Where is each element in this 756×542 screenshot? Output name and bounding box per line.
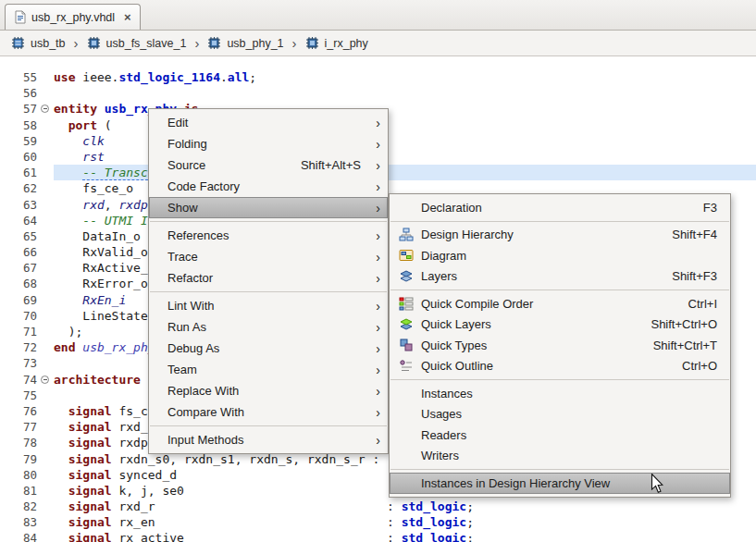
menu-item-label: Team: [167, 363, 197, 376]
breadcrumb: usb_tb›usb_fs_slave_1›usb_phy_1›i_rx_phy: [0, 31, 756, 56]
breadcrumb-label: usb_tb: [31, 37, 66, 50]
code-token: std_logic: [402, 531, 466, 542]
editor-tab-usb-rx-phy[interactable]: usb_rx_phy.vhdl ×: [5, 4, 141, 30]
breadcrumb-arrow-icon: ›: [74, 36, 79, 50]
submenu-arrow-icon: ›: [368, 342, 380, 355]
menu-item-code-factory[interactable]: Code Factory›: [149, 176, 388, 197]
code-line-55[interactable]: use ieee.std_logic_1164.all;: [54, 69, 756, 85]
menu-item-label: Run As: [167, 320, 206, 334]
code-token: signal: [68, 531, 112, 542]
menu-item-show[interactable]: Show›: [149, 197, 388, 218]
menu-item-layers[interactable]: LayersShift+F3: [390, 266, 730, 288]
menu-item-quick-layers[interactable]: Quick LayersShift+Ctrl+O: [390, 314, 730, 336]
menu-item-team[interactable]: Team›: [149, 359, 388, 380]
menu-separator: [150, 291, 387, 292]
code-token: );: [54, 325, 82, 339]
menu-item-references[interactable]: References›: [149, 225, 388, 246]
code-line-82[interactable]: signal rxd_r : std_logic;: [54, 499, 756, 514]
line-number: 79: [0, 451, 39, 467]
menu-item-shortcut: Shift+Alt+S: [284, 158, 361, 172]
code-token: std_logic: [402, 499, 466, 513]
gutter-line: 55: [0, 69, 54, 85]
breadcrumb-arrow-icon: ›: [194, 36, 199, 50]
menu-item-usages[interactable]: Usages: [390, 404, 730, 425]
menu-item-refactor[interactable]: Refactor›: [149, 267, 388, 289]
line-number: 84: [0, 530, 39, 542]
code-token: ;: [466, 499, 474, 513]
menu-item-shortcut: Shift+Ctrl+T: [637, 339, 717, 352]
fold-collapse-icon[interactable]: [41, 376, 49, 384]
code-token: [54, 452, 68, 466]
gutter-line: 62: [0, 180, 54, 196]
menu-item-trace[interactable]: Trace›: [149, 246, 388, 267]
code-token: rx_en: [112, 515, 155, 529]
gutter-line: 63: [0, 197, 54, 213]
menu-item-folding[interactable]: Folding›: [149, 133, 388, 154]
code-token: fs_c: [112, 404, 148, 418]
menu-item-edit[interactable]: Edit›: [149, 112, 388, 133]
line-number: 80: [0, 467, 39, 483]
menu-item-writers[interactable]: Writers: [390, 446, 730, 467]
menu-item-label: Replace With: [167, 384, 239, 398]
code-token: :: [387, 531, 402, 542]
gutter-line: 82: [0, 499, 54, 514]
submenu-arrow-icon: ›: [368, 385, 380, 398]
menu-item-label: Instances in Design Hierarchy View: [421, 476, 610, 490]
code-token: k, j, se0: [112, 484, 184, 498]
menu-item-run-as[interactable]: Run As›: [149, 316, 388, 338]
menu-item-input-methods[interactable]: Input Methods›: [149, 429, 388, 450]
code-token: rxdp: [118, 198, 147, 212]
menu-item-instances-in-design-hierarchy-view[interactable]: Instances in Design Hierarchy View: [390, 473, 730, 494]
gutter-line: 57: [0, 101, 54, 117]
menu-item-declaration[interactable]: DeclarationF3: [390, 197, 730, 218]
code-token: .: [220, 70, 228, 84]
line-number: 57: [0, 101, 39, 117]
code-token: RxActive_: [82, 261, 147, 275]
code-token: RxError_o: [82, 277, 147, 290]
instance-icon: [305, 36, 319, 50]
code-line-84[interactable]: signal rx_active : std_logic;: [54, 530, 756, 542]
code-token: std_logic_1164: [118, 70, 220, 84]
code-line-56[interactable]: [54, 85, 756, 101]
code-token: DataIn_o: [82, 229, 141, 243]
code-token: signal: [68, 515, 112, 529]
code-token: signal: [68, 468, 112, 482]
menu-item-debug-as[interactable]: Debug As›: [149, 338, 388, 359]
menu-item-source[interactable]: SourceShift+Alt+S›: [149, 154, 388, 176]
gutter-line: 59: [0, 133, 54, 149]
gutter-line: 79: [0, 451, 54, 467]
code-token: :: [387, 515, 402, 529]
menu-item-quick-types[interactable]: Quick TypesShift+Ctrl+T: [390, 335, 730, 356]
tab-close-icon[interactable]: ×: [124, 11, 131, 23]
menu-item-design-hierarchy[interactable]: Design HierarchyShift+F4: [390, 225, 730, 246]
menu-item-readers[interactable]: Readers: [390, 425, 730, 446]
breadcrumb-item-usb-phy-1[interactable]: usb_phy_1: [204, 34, 286, 52]
menu-item-replace-with[interactable]: Replace With›: [149, 380, 388, 401]
code-token: -- Transc: [82, 166, 147, 180]
fold-collapse-icon[interactable]: [41, 105, 49, 113]
code-token: [54, 309, 82, 323]
gutter-line: 68: [0, 276, 54, 291]
code-token: std_logic: [402, 515, 466, 529]
breadcrumb-item-usb-tb[interactable]: usb_tb: [8, 34, 68, 52]
menu-item-quick-outline[interactable]: Quick OutlineCtrl+O: [390, 356, 730, 377]
code-token: [54, 293, 82, 307]
code-token: entity: [54, 102, 105, 116]
menu-item-instances[interactable]: Instances: [390, 383, 730, 404]
code-line-83[interactable]: signal rx_en : std_logic;: [54, 514, 756, 530]
quick-outline-icon: [399, 359, 414, 374]
gutter-line: 77: [0, 419, 54, 435]
menu-item-quick-compile-order[interactable]: Quick Compile OrderCtrl+I: [390, 293, 730, 314]
line-number: 83: [0, 514, 39, 530]
breadcrumb-item-usb-fs-slave-1[interactable]: usb_fs_slave_1: [84, 34, 190, 52]
menu-item-label: Readers: [421, 428, 466, 442]
menu-item-label: Debug As: [167, 341, 219, 355]
menu-item-lint-with[interactable]: Lint With›: [149, 295, 388, 316]
breadcrumb-item-i-rx-phy[interactable]: i_rx_phy: [303, 34, 371, 52]
show-submenu: DeclarationF3Design HierarchyShift+F4Dia…: [389, 193, 731, 498]
instance-icon: [87, 36, 101, 50]
submenu-arrow-icon: ›: [368, 434, 380, 447]
menu-item-compare-with[interactable]: Compare With›: [149, 401, 388, 423]
menu-item-diagram[interactable]: Diagram: [390, 245, 730, 266]
breadcrumb-arrow-icon: ›: [292, 36, 297, 50]
